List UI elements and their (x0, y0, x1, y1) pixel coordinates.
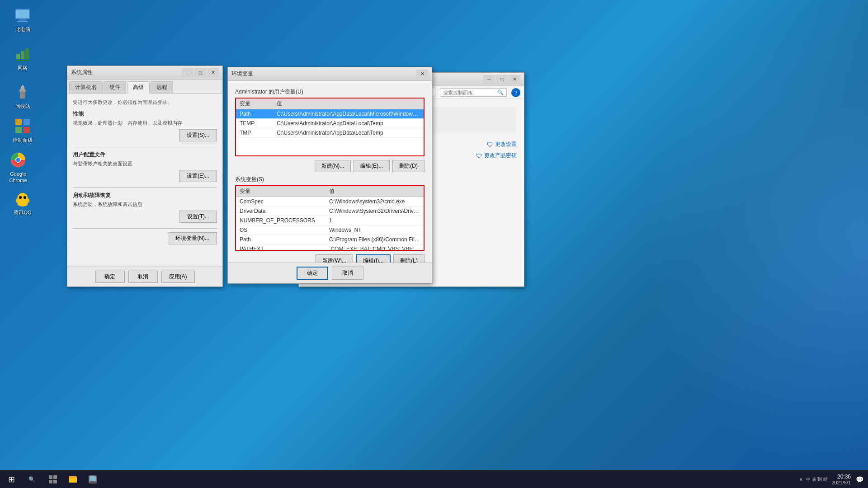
desktop-icon-qq[interactable]: 腾讯QQ (5, 188, 41, 217)
sys-var-os[interactable]: OS Windows_NT (236, 225, 424, 235)
svg-rect-7 (15, 60, 30, 61)
startup-settings-btn[interactable]: 设置(T)... (179, 211, 217, 223)
tab-hardware[interactable]: 硬件 (104, 81, 126, 93)
sys-var-comspec[interactable]: ComSpec C:\Windows\system32\cmd.exe (236, 197, 424, 206)
desktop-icon-recycle[interactable]: 回收站 (5, 81, 41, 111)
userprofile-title: 用户配置文件 (73, 151, 217, 159)
performance-title: 性能 (73, 110, 217, 118)
cpanel-minimize[interactable]: ─ (483, 75, 495, 84)
sys-var-pathext-name: PATHEXT (236, 244, 326, 251)
sys-var-driverdata-value: C:\Windows\System32\Drivers\DriverData (326, 206, 424, 216)
sysprops-window: 系统属性 ─ □ ✕ 计算机名 硬件 高级 远程 要进行大多数更改，你必须作为管… (67, 66, 223, 287)
svg-rect-12 (15, 127, 22, 133)
svg-rect-11 (24, 119, 30, 125)
time-display: 20:36 (831, 474, 851, 480)
user-var-value-path: C:\Users\Administrator\AppData\Local\Mic… (273, 109, 424, 119)
taskbar-item-explorer[interactable] (63, 470, 83, 488)
envvar-ok[interactable]: 确定 (297, 267, 328, 280)
sys-var-col-value: 值 (326, 186, 424, 197)
date-display: 2021/5/1 (831, 480, 851, 485)
user-edit-btn[interactable]: 编辑(E)... (354, 160, 390, 172)
startup-section: 启动和故障恢复 系统启动，系统故障和调试信息 设置(T)... (73, 192, 217, 223)
chrome-label: GoogleChrome (9, 171, 27, 184)
taskbar-search[interactable]: 🔍 (23, 470, 41, 488)
sys-var-driverdata-name: DriverData (236, 206, 326, 216)
desktop-icon-computer[interactable]: 此电脑 (5, 5, 41, 34)
systray-text: 中 表 到 结 (806, 476, 828, 483)
user-var-row-tmp[interactable]: TMP C:\Users\Administrator\AppData\Local… (236, 128, 424, 138)
sys-var-numproc-value: 1 (326, 216, 424, 225)
taskbar-time-area[interactable]: 20:36 2021/5/1 💬 (831, 474, 868, 485)
computer-icon (14, 6, 32, 24)
cpanel-search-input[interactable] (443, 90, 497, 95)
startup-desc: 系统启动，系统故障和调试信息 (73, 201, 217, 208)
sysprops-titlebar: 系统属性 ─ □ ✕ (67, 66, 222, 80)
user-var-col-value: 值 (273, 99, 424, 109)
control-label: 控制面板 (13, 137, 33, 143)
cpanel-maximize[interactable]: □ (496, 75, 508, 84)
sysprops-maximize[interactable]: □ (194, 68, 206, 77)
sys-vars-table-container[interactable]: 变量 值 ComSpec C:\Windows\system32\cmd.exe… (235, 185, 425, 251)
user-new-btn[interactable]: 新建(N)... (315, 160, 351, 172)
sysprops-footer: 确定 取消 应用(A) (67, 267, 222, 286)
sysprops-apply[interactable]: 应用(A) (161, 271, 195, 283)
performance-section: 性能 视觉效果，处理器计划，内存使用，以及虚拟内存 设置(S)... (73, 110, 217, 141)
desktop: 此电脑 网络 回收站 (0, 0, 868, 488)
envvar-cancel[interactable]: 取消 (332, 267, 363, 280)
settings-link[interactable]: 更改设置 (495, 141, 517, 148)
sysprops-ok[interactable]: 确定 (95, 271, 125, 283)
start-button[interactable]: ⊞ (0, 470, 23, 488)
user-vars-table: 变量 值 Path C:\Users\Administrator\AppData… (236, 99, 424, 138)
sysprops-close[interactable]: ✕ (207, 68, 219, 77)
svg-rect-2 (17, 21, 28, 22)
taskbar-item-sysprop[interactable] (83, 470, 103, 488)
performance-desc: 视觉效果，处理器计划，内存使用，以及虚拟内存 (73, 120, 217, 127)
desktop-icon-network[interactable]: 网络 (5, 43, 41, 73)
key-link[interactable]: 更改产品密钥 (484, 152, 517, 160)
envvar-btn[interactable]: 环境变量(N)... (168, 232, 217, 244)
sys-var-pathext[interactable]: PATHEXT .COM;.EXE;.BAT;.CMD;.VBS;.VBE;.J… (236, 244, 424, 251)
user-vars-table-container[interactable]: 变量 值 Path C:\Users\Administrator\AppData… (235, 98, 425, 156)
sysprops-title: 系统属性 (71, 69, 182, 76)
svg-rect-33 (90, 476, 96, 481)
sys-var-col-name: 变量 (236, 186, 326, 197)
user-var-row-temp[interactable]: TEMP C:\Users\Administrator\AppData\Loca… (236, 119, 424, 128)
envvar-close[interactable]: ✕ (416, 70, 428, 79)
userprofile-settings-btn[interactable]: 设置(E)... (179, 170, 217, 182)
sysprops-cancel[interactable]: 取消 (128, 271, 158, 283)
sys-var-numproc[interactable]: NUMBER_OF_PROCESSORS 1 (236, 216, 424, 225)
svg-rect-26 (53, 475, 57, 479)
sysprops-controls: ─ □ ✕ (182, 68, 219, 77)
svg-rect-25 (49, 475, 52, 479)
sysprops-minimize[interactable]: ─ (182, 68, 193, 77)
systray-chevron[interactable]: ∧ (799, 477, 802, 482)
user-delete-btn[interactable]: 删除(D) (392, 160, 425, 172)
taskbar-items (43, 470, 796, 488)
cpanel-close[interactable]: ✕ (509, 75, 520, 84)
tab-computername[interactable]: 计算机名 (69, 81, 103, 93)
performance-settings-btn[interactable]: 设置(S)... (179, 129, 217, 141)
sys-var-driverdata[interactable]: DriverData C:\Windows\System32\Drivers\D… (236, 206, 424, 216)
envvar-titlebar: 环境变量 ✕ (228, 67, 432, 81)
user-vars-section: Administrator 的用户变量(U) 变量 值 Path (235, 88, 425, 156)
desktop-light (642, 0, 868, 488)
desktop-icon-control[interactable]: 控制面板 (5, 115, 41, 145)
notifications-icon[interactable]: 💬 (856, 476, 863, 483)
tab-remote[interactable]: 远程 (151, 81, 173, 93)
svg-rect-27 (49, 480, 52, 483)
user-var-value-tmp: C:\Users\Administrator\AppData\Local\Tem… (273, 128, 424, 138)
svg-point-22 (16, 198, 19, 203)
search-icon: 🔍 (497, 89, 504, 95)
computer-label: 此电脑 (15, 26, 30, 33)
cpanel-help[interactable]: ? (511, 88, 520, 97)
sys-var-comspec-name: ComSpec (236, 197, 326, 206)
svg-rect-13 (24, 127, 30, 133)
svg-rect-8 (20, 91, 25, 99)
user-var-col-name: 变量 (236, 99, 273, 109)
tab-advanced[interactable]: 高级 (127, 81, 150, 94)
taskbar-item-taskview[interactable] (43, 470, 63, 488)
sys-var-path[interactable]: Path C:\Program Files (x86)\Common Files… (236, 235, 424, 244)
taskbar: ⊞ 🔍 (0, 470, 868, 488)
desktop-icon-chrome[interactable]: GoogleChrome (0, 149, 36, 186)
user-var-row-path[interactable]: Path C:\Users\Administrator\AppData\Loca… (236, 109, 424, 119)
